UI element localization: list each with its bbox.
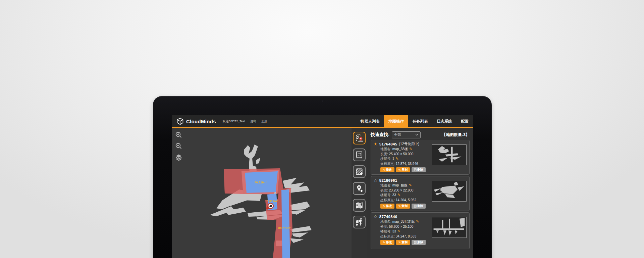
map-card: ★ 51764845 (12号使用中) 地图名:map_33楼✎ 长宽:25.4… — [371, 140, 470, 175]
map-name-value: map_33楼 — [392, 147, 408, 151]
edit-name-pencil-icon[interactable]: ✎ — [409, 183, 412, 187]
pencil-icon: ✎ — [383, 205, 385, 208]
edit-floor-pencil-icon[interactable]: ✎ — [397, 229, 400, 233]
map-size-value: 56.600 × 25.100 — [389, 225, 414, 228]
pencil-icon: ✎ — [383, 241, 385, 244]
quick-search-label: 快速查找: — [371, 132, 389, 138]
copy-map-button[interactable]: ✎复制 — [396, 167, 410, 172]
nav-item-log-system[interactable]: 日志系统 — [432, 115, 457, 128]
floor-label: 楼层号: — [380, 193, 391, 197]
nav-item-robot-list[interactable]: 机器人列表 — [356, 115, 384, 128]
map-card: ☆ 87749840 地图名:map_33层走廊✎ 长宽:56.600 × 25… — [371, 212, 470, 249]
area-label-2: 8.614m² — [267, 200, 278, 203]
map-thumbnail[interactable] — [432, 144, 467, 165]
map-thumbnail[interactable] — [432, 217, 467, 238]
favorite-star-icon[interactable]: ★ — [374, 142, 377, 146]
origin-value: 34.247, 8.533 — [396, 234, 416, 238]
delete-map-button[interactable]: 删除 — [412, 204, 426, 209]
logout-link[interactable]: 退出 — [250, 119, 256, 124]
map-name-value: map_腿腿 — [392, 183, 408, 187]
brand-logo[interactable]: CloudMinds — [176, 115, 216, 127]
upload-map-tool-button[interactable] — [353, 216, 366, 228]
floor-value: 1 — [392, 157, 394, 161]
zoom-in-button[interactable] — [175, 131, 183, 139]
map-name-value: map_33层走廊 — [392, 220, 415, 223]
edit-floor-pencil-icon[interactable]: ✎ — [397, 193, 400, 197]
fullscreen-link[interactable]: 全屏 — [261, 119, 267, 124]
modify-map-button[interactable]: ✎修改 — [380, 204, 394, 209]
nav-item-config[interactable]: 配置 — [457, 115, 473, 128]
laptop-frame: CloudMinds 欢迎BJDT2_Test 退出 全屏 机器人列表 地图操作… — [153, 96, 492, 258]
delete-icon — [414, 168, 417, 171]
floor-label: 楼层号: — [380, 157, 391, 161]
map-walls — [210, 144, 312, 246]
map-card: ☆ 82186961 地图名:map_腿腿✎ 长宽:23.200 × 22.90… — [371, 176, 470, 211]
zoom-out-icon — [175, 142, 182, 150]
copy-map-button[interactable]: ✎复制 — [396, 240, 410, 245]
chevron-down-icon — [415, 134, 418, 136]
layers-button[interactable] — [175, 153, 183, 161]
welcome-text: 欢迎BJDT2_Test — [223, 119, 245, 124]
modify-map-button[interactable]: ✎修改 — [380, 240, 394, 245]
map-id: 51764845 — [379, 142, 397, 146]
filter-selected-value: 全部 — [394, 132, 415, 137]
origin-value: 12.874, 33.946 — [396, 162, 418, 166]
desktop-background: CloudMinds 欢迎BJDT2_Test 退出 全屏 机器人列表 地图操作… — [0, 0, 644, 258]
nav-item-map-operation[interactable]: 地图操作 — [384, 115, 408, 128]
map-viewport[interactable]: 40.519m² 8.614m² 80.215m² — [172, 128, 352, 258]
favorite-star-icon[interactable]: ☆ — [374, 178, 377, 183]
point-list-tool-button[interactable] — [353, 132, 366, 144]
map-size-label: 长宽: — [380, 225, 388, 228]
map-thumbnail[interactable] — [432, 181, 467, 202]
edit-name-pencil-icon[interactable]: ✎ — [409, 147, 412, 151]
map-id: 82186961 — [379, 178, 397, 182]
add-area-tool-icon — [355, 167, 364, 176]
main-nav: 机器人列表 地图操作 任务列表 日志系统 配置 — [356, 115, 473, 128]
filter-dropdown[interactable]: 全部 — [392, 131, 421, 138]
map-toolbar — [352, 128, 367, 258]
origin-label: 坐标原点: — [380, 198, 395, 202]
zoom-out-button[interactable] — [175, 142, 183, 150]
map-list-panel: 快速查找: 全部 【地图数量:3】 ★ 51764845 — [367, 128, 473, 258]
pencil-icon: ✎ — [398, 168, 401, 172]
zoom-in-icon — [175, 131, 182, 139]
edit-floor-pencil-icon[interactable]: ✎ — [395, 157, 398, 161]
pencil-icon: ✎ — [398, 205, 401, 208]
brand-name: CloudMinds — [186, 119, 216, 124]
add-point-tool-button[interactable] — [353, 182, 366, 195]
add-area-tool-button[interactable] — [353, 165, 366, 178]
area-label-3: 80.215m² — [278, 226, 291, 230]
map-count-badge: 【地图数量:3】 — [442, 132, 470, 138]
favorite-star-icon[interactable]: ☆ — [374, 214, 377, 219]
pencil-icon: ✎ — [398, 241, 401, 244]
measure-tool-button[interactable] — [353, 148, 366, 161]
measure-tool-icon — [355, 150, 364, 159]
panel-header: 快速查找: 全部 【地图数量:3】 — [371, 131, 470, 139]
cube-logo-icon — [176, 118, 184, 125]
layers-icon — [175, 154, 182, 161]
top-navbar: CloudMinds 欢迎BJDT2_Test 退出 全屏 机器人列表 地图操作… — [172, 115, 473, 128]
map-name-label: 地图名: — [380, 183, 391, 187]
map-marker-tool-button[interactable] — [353, 199, 366, 212]
nav-item-task-list[interactable]: 任务列表 — [408, 115, 432, 128]
pencil-icon: ✎ — [383, 168, 385, 172]
map-size-label: 长宽: — [380, 188, 388, 192]
origin-value: 14.204, 5.952 — [396, 198, 416, 202]
delete-map-button[interactable]: 删除 — [412, 167, 426, 172]
floor-map-canvas[interactable]: 40.519m² 8.614m² 80.215m² — [172, 128, 352, 258]
floor-label: 楼层号: — [380, 229, 391, 233]
map-thumbnail-image — [432, 181, 466, 201]
add-point-tool-icon — [355, 184, 364, 193]
delete-icon — [414, 241, 417, 244]
copy-map-button[interactable]: ✎复制 — [396, 204, 410, 209]
upload-map-tool-icon — [355, 218, 364, 226]
modify-map-button[interactable]: ✎修改 — [380, 167, 394, 172]
delete-map-button[interactable]: 删除 — [412, 240, 426, 245]
floor-value: 33 — [392, 229, 396, 233]
map-zoom-controls — [175, 131, 183, 161]
area-label-1: 40.519m² — [255, 181, 268, 184]
webcam-dot — [322, 100, 323, 102]
map-marker-tool-icon — [355, 201, 364, 210]
map-size-value: 23.200 × 22.900 — [389, 188, 414, 192]
edit-name-pencil-icon[interactable]: ✎ — [416, 219, 419, 223]
